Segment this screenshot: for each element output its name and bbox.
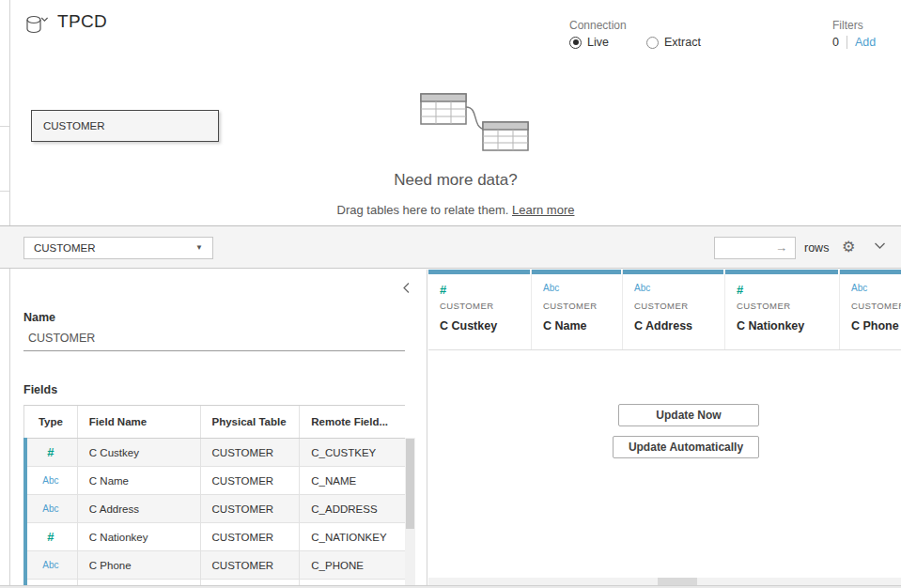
- remote-field-cell: C_ADDRESS: [300, 495, 405, 522]
- fields-label: Fields: [23, 383, 57, 396]
- fields-table-scrollbar[interactable]: [405, 438, 415, 588]
- filters-add-link[interactable]: Add: [855, 36, 876, 49]
- field-name-cell: C Address: [78, 495, 201, 522]
- data-preview-grid: # CUSTOMER C Custkey Abc CUSTOMER C Name…: [428, 270, 901, 588]
- remote-field-cell: C_NATIONKEY: [300, 523, 405, 550]
- column-table-name: CUSTOMER: [851, 301, 901, 311]
- rows-count-input[interactable]: [715, 238, 771, 258]
- column-field-name[interactable]: C Phone: [851, 319, 901, 333]
- physical-table-cell: CUSTOMER: [201, 551, 301, 579]
- column-table-name: CUSTOMER: [737, 301, 839, 311]
- table-select-value: CUSTOMER: [34, 242, 96, 254]
- col-header-physical-table[interactable]: Physical Table: [201, 406, 301, 438]
- string-type-icon: Abc: [543, 283, 622, 298]
- table-row[interactable]: # C Custkey CUSTOMER C_CUSTKEY: [24, 439, 405, 467]
- strip-divider: [0, 126, 9, 127]
- connection-label: Connection: [569, 19, 627, 32]
- fields-table: Type Field Name Physical Table Remote Fi…: [23, 405, 405, 588]
- table-row[interactable]: Abc C Phone CUSTOMER C_PHONE: [24, 551, 405, 580]
- radio-extract-label: Extract: [664, 36, 701, 49]
- table-row[interactable]: # C Nationkey CUSTOMER C_NATIONKEY: [24, 523, 405, 551]
- string-type-icon: Abc: [634, 283, 724, 298]
- filters-label: Filters: [832, 19, 863, 32]
- filters-count: 0: [832, 36, 839, 49]
- radio-extract-circle[interactable]: [646, 37, 659, 49]
- learn-more-link[interactable]: Learn more: [512, 203, 574, 217]
- rows-count-field[interactable]: →: [714, 237, 796, 259]
- column-table-name: CUSTOMER: [543, 301, 622, 311]
- data-source-icon[interactable]: [23, 13, 55, 38]
- table-details-toolbar: CUSTOMER ▼ → rows ⚙: [0, 225, 901, 269]
- update-now-button[interactable]: Update Now: [618, 404, 759, 426]
- field-name-cell: C Custkey: [78, 439, 201, 466]
- table-row[interactable]: Abc C Address CUSTOMER C_ADDRESS: [24, 495, 405, 523]
- update-automatically-button[interactable]: Update Automatically: [613, 436, 759, 458]
- physical-table-cell: CUSTOMER: [201, 495, 301, 522]
- grid-header-divider: [428, 349, 901, 350]
- name-input-underline: [23, 350, 405, 351]
- name-label: Name: [23, 311, 55, 324]
- relationship-canvas: TPCD Connection Live Extract Filters 0 A…: [10, 0, 901, 225]
- fields-table-selection-bar: [23, 438, 27, 588]
- column-field-name[interactable]: C Nationkey: [737, 319, 839, 333]
- string-type-icon: Abc: [851, 283, 901, 298]
- field-name-cell: C Nationkey: [78, 523, 201, 550]
- radio-live-label: Live: [587, 36, 609, 49]
- col-header-remote-field[interactable]: Remote Field...: [300, 406, 405, 438]
- scrollbar-thumb[interactable]: [406, 439, 414, 529]
- arrow-right-icon[interactable]: →: [775, 240, 787, 255]
- column-field-name[interactable]: C Custkey: [440, 319, 531, 333]
- field-properties-panel: Name CUSTOMER Fields Type Field Name Phy…: [10, 270, 427, 588]
- grid-column-c-name[interactable]: Abc CUSTOMER C Name: [532, 270, 623, 349]
- number-type-icon: #: [737, 283, 839, 298]
- filters-row: 0 Add: [832, 36, 876, 49]
- remote-field-cell: C_CUSTKEY: [300, 439, 405, 466]
- field-name-cell: C Phone: [78, 551, 201, 579]
- string-type-icon: Abc: [24, 467, 78, 494]
- scrollbar-thumb[interactable]: [658, 578, 697, 585]
- grid-column-c-address[interactable]: Abc CUSTOMER C Address: [623, 270, 725, 349]
- fields-table-header: Type Field Name Physical Table Remote Fi…: [24, 406, 405, 439]
- grid-column-c-phone[interactable]: Abc CUSTOMER C Phone: [840, 270, 901, 349]
- radio-live[interactable]: Live: [569, 36, 609, 49]
- physical-table-cell: CUSTOMER: [201, 439, 301, 466]
- number-type-icon: #: [24, 523, 78, 550]
- string-type-icon: Abc: [24, 495, 78, 522]
- radio-live-circle[interactable]: [569, 37, 582, 49]
- column-table-name: CUSTOMER: [634, 301, 724, 311]
- divider: [847, 36, 847, 49]
- column-field-name[interactable]: C Address: [634, 319, 724, 333]
- left-pane-collapsed-strip[interactable]: [0, 0, 10, 588]
- relate-tables-illustration-icon: [400, 86, 532, 154]
- drag-tables-hint: Drag tables here to relate them. Learn m…: [10, 203, 901, 217]
- col-header-type[interactable]: Type: [24, 406, 78, 438]
- chevron-down-icon: ▼: [195, 238, 203, 258]
- remote-field-cell: C_PHONE: [300, 551, 405, 579]
- col-header-field-name[interactable]: Field Name: [78, 406, 201, 438]
- number-type-icon: #: [24, 439, 78, 466]
- data-grid-horizontal-scrollbar[interactable]: [428, 578, 901, 585]
- field-name-cell: C Name: [78, 467, 201, 494]
- physical-table-cell: CUSTOMER: [201, 523, 301, 550]
- collapse-panel-icon[interactable]: [402, 282, 411, 294]
- grid-column-c-nationkey[interactable]: # CUSTOMER C Nationkey: [725, 270, 840, 349]
- table-select-dropdown[interactable]: CUSTOMER ▼: [23, 237, 213, 259]
- table-row[interactable]: Abc C Name CUSTOMER C_NAME: [24, 467, 405, 495]
- number-type-icon: #: [440, 283, 531, 298]
- name-input[interactable]: CUSTOMER: [28, 332, 95, 345]
- remote-field-cell: C_NAME: [300, 467, 405, 494]
- drag-tables-hint-text: Drag tables here to relate them.: [337, 203, 512, 217]
- need-more-data-title: Need more data?: [10, 171, 901, 190]
- string-type-icon: Abc: [24, 551, 78, 579]
- chevron-down-icon[interactable]: [874, 241, 886, 250]
- logical-table-customer[interactable]: CUSTOMER: [31, 110, 219, 142]
- column-table-name: CUSTOMER: [440, 301, 531, 311]
- page-title: TPCD: [57, 11, 107, 32]
- strip-divider: [0, 191, 9, 192]
- gear-icon[interactable]: ⚙: [842, 238, 855, 255]
- column-field-name[interactable]: C Name: [543, 319, 622, 333]
- grid-column-c-custkey[interactable]: # CUSTOMER C Custkey: [428, 270, 532, 349]
- rows-label: rows: [804, 241, 829, 255]
- physical-table-cell: CUSTOMER: [201, 467, 301, 494]
- radio-extract[interactable]: Extract: [646, 36, 701, 49]
